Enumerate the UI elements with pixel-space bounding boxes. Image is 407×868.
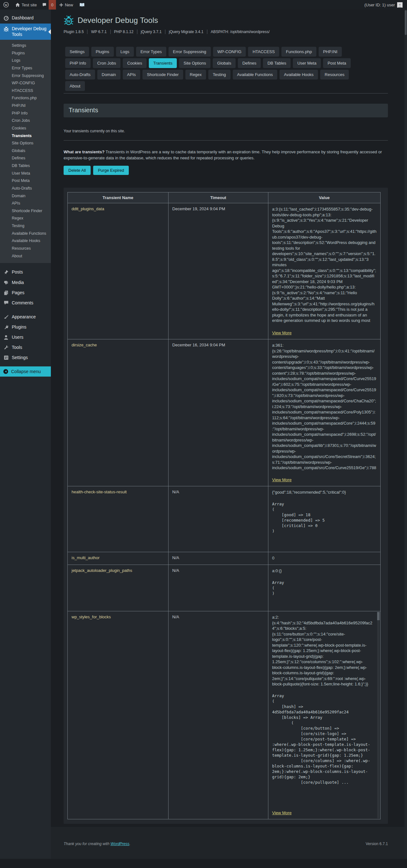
transient-value: a:0:{} [272, 568, 376, 574]
wordpress-link[interactable]: WordPress [110, 842, 129, 846]
submenu-item-post-meta[interactable]: Post Meta [0, 177, 51, 185]
tab-auto-drafts[interactable]: Auto-Drafts [65, 70, 95, 80]
submenu-item-error-suppressing[interactable]: Error Suppressing [0, 72, 51, 80]
comment-count-badge: 0 [49, 0, 56, 9]
sidebar-item-posts[interactable]: Posts [0, 267, 51, 277]
user-icon [3, 335, 9, 340]
tab-domain[interactable]: Domain [97, 70, 121, 80]
submenu-item-resources[interactable]: Resources [0, 245, 51, 252]
tab-htaccess[interactable]: HTACCESS [248, 47, 279, 57]
book-icon [80, 3, 85, 7]
tab-php-ini[interactable]: PHP.INI [319, 47, 342, 57]
sidebar-item-settings[interactable]: Settings [0, 352, 51, 363]
tab-apis[interactable]: APIs [123, 70, 140, 80]
tab-defines[interactable]: Defines [238, 58, 261, 68]
submenu-item-php-ini[interactable]: PHP.INI [0, 102, 51, 110]
tab-cookies[interactable]: Cookies [123, 58, 147, 68]
submenu-item-apis[interactable]: APIs [0, 200, 51, 207]
new-button[interactable]: New [56, 0, 76, 9]
tab-settings[interactable]: Settings [65, 47, 89, 57]
tab-error-suppressing[interactable]: Error Suppressing [168, 47, 211, 57]
submenu-item-functions-php[interactable]: Functions.php [0, 94, 51, 102]
tab-available-hooks[interactable]: Available Hooks [280, 70, 318, 80]
submenu-item-cron-jobs[interactable]: Cron Jobs [0, 117, 51, 125]
guide-button[interactable] [76, 0, 88, 9]
sidebar-item-tools[interactable]: Tools [0, 342, 51, 352]
delete-all-button[interactable]: Delete All [64, 166, 91, 175]
collapse-menu-button[interactable]: Collapse menu [0, 366, 51, 377]
tab-db-tables[interactable]: DB Tables [263, 58, 291, 68]
submenu-item-htaccess[interactable]: HTACCESS [0, 87, 51, 95]
sidebar-item-pages[interactable]: Pages [0, 287, 51, 298]
sidebar-item-appearance[interactable]: Appearance [0, 312, 51, 322]
tab-site-options[interactable]: Site Options [179, 58, 211, 68]
sidebar-item-label: Developer Debug Tools [12, 26, 48, 37]
tab-user-meta[interactable]: User Meta [293, 58, 321, 68]
wordpress-logo-icon[interactable]: W [0, 0, 12, 9]
view-more-link[interactable]: View More [272, 331, 291, 335]
section-subtext: Your transients currently on this site. [64, 129, 388, 133]
sidebar-item-dashboard[interactable]: Dashboard [0, 13, 51, 24]
tab-plugins[interactable]: Plugins [91, 47, 114, 57]
submenu-item-shortcode-finder[interactable]: Shortcode Finder [0, 207, 51, 215]
sidebar-item-comments[interactable]: Comments [0, 298, 51, 308]
view-more-link[interactable]: View More [272, 477, 291, 482]
sidebar-item-users[interactable]: Users [0, 332, 51, 342]
sidebar-item-media[interactable]: Media [0, 277, 51, 287]
submenu-item-auto-drafts[interactable]: Auto-Drafts [0, 185, 51, 192]
tab-shortcode-finder[interactable]: Shortcode Finder [143, 70, 183, 80]
tab-resources[interactable]: Resources [320, 70, 349, 80]
submenu-item-plugins[interactable]: Plugins [0, 50, 51, 57]
submenu-item-error-types[interactable]: Error Types [0, 65, 51, 72]
scrollbar-thumb[interactable] [405, 10, 407, 35]
tab-cron-jobs[interactable]: Cron Jobs [93, 58, 121, 68]
purge-expired-button[interactable]: Purge Expired [93, 166, 129, 175]
tab-php-info[interactable]: PHP Info [65, 58, 91, 68]
tab-testing[interactable]: Testing [208, 70, 230, 80]
page-scrollbar[interactable] [404, 9, 407, 859]
tab-globals[interactable]: Globals [213, 58, 236, 68]
submenu-item-user-meta[interactable]: User Meta [0, 170, 51, 178]
sidebar-item-developer-debug-tools[interactable]: W Developer Debug Tools [0, 24, 51, 40]
tab-functions-php[interactable]: Functions.php [281, 47, 316, 57]
meta-jquery-version: jQuery 3.7.1 [137, 30, 165, 34]
transient-value-array: Array ( [hash] => 4d5bdfbda7ada40a4b616e… [272, 693, 373, 785]
transient-value: 0 [272, 555, 376, 561]
submenu-item-available-functions[interactable]: Available Functions [0, 230, 51, 238]
comment-icon [3, 301, 9, 305]
plus-icon [59, 3, 63, 7]
submenu-item-logs[interactable]: Logs [0, 57, 51, 65]
submenu-item-about[interactable]: About [0, 252, 51, 260]
tab-regex[interactable]: Regex [185, 70, 206, 80]
comments-item[interactable]: 0 [40, 0, 56, 9]
tab-available-functions[interactable]: Available Functions [233, 70, 278, 80]
account-menu[interactable]: (User ID: 1) user [365, 2, 407, 8]
tab-transients[interactable]: Transients [149, 58, 177, 68]
sidebar-item-label: Media [12, 280, 24, 285]
view-more-link[interactable]: View More [272, 810, 291, 815]
site-name-item[interactable]: Test site [12, 0, 40, 9]
tab-logs[interactable]: Logs [116, 47, 134, 57]
submenu-item-settings[interactable]: Settings [0, 42, 51, 50]
submenu-item-php-info[interactable]: PHP Info [0, 110, 51, 117]
cell-scrollbar[interactable] [377, 612, 380, 818]
submenu-item-regex[interactable]: Regex [0, 215, 51, 222]
submenu-item-cookies[interactable]: Cookies [0, 125, 51, 132]
submenu-item-domain[interactable]: Domain [0, 192, 51, 200]
tab-wp-config[interactable]: WP-CONFIG [213, 47, 246, 57]
transient-name: dirsize_cache [71, 343, 164, 347]
tab-about[interactable]: About [65, 81, 85, 91]
submenu-item-defines[interactable]: Defines [0, 155, 51, 162]
tab-error-types[interactable]: Error Types [136, 47, 166, 57]
submenu-item-transients[interactable]: Transients [0, 132, 51, 140]
sidebar-item-label: Plugins [12, 324, 26, 330]
sidebar-item-plugins[interactable]: Plugins [0, 322, 51, 332]
table-row: wp_styles_for_blocks N/A a:2:{s:4:"hash"… [68, 611, 381, 819]
submenu-item-wp-config[interactable]: WP-CONFIG [0, 80, 51, 87]
submenu-item-testing[interactable]: Testing [0, 222, 51, 230]
tab-post-meta[interactable]: Post Meta [323, 58, 351, 68]
submenu-item-site-options[interactable]: Site Options [0, 140, 51, 147]
submenu-item-available-hooks[interactable]: Available Hooks [0, 237, 51, 245]
submenu-item-globals[interactable]: Globals [0, 147, 51, 155]
submenu-item-db-tables[interactable]: DB Tables [0, 162, 51, 170]
